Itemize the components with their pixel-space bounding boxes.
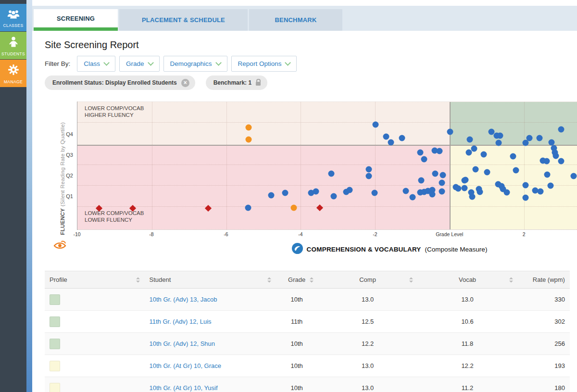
student-blue-point[interactable] (268, 192, 275, 198)
sort-icon[interactable] (267, 277, 271, 282)
student-link[interactable]: 10th Gr. (Adv) 12, Shun (149, 340, 215, 347)
student-blue-point[interactable] (477, 189, 483, 195)
student-blue-point[interactable] (313, 189, 319, 195)
student-blue-point[interactable] (410, 194, 416, 200)
student-blue-point[interactable] (383, 134, 389, 140)
table-header-cell-rate: Rate (wpm) (517, 276, 570, 283)
student-blue-point[interactable] (447, 129, 453, 135)
quadrant-label-top-left: LOWER COMP/VOCAB HIGHER FLUENCY (85, 105, 144, 118)
sort-icon[interactable] (409, 277, 413, 282)
student-blue-point[interactable] (388, 139, 394, 146)
student-blue-point[interactable] (558, 158, 564, 164)
student-blue-point[interactable] (513, 167, 519, 174)
comp-cell: 12.5 (318, 318, 417, 325)
student-link[interactable]: 10th Gr. (Adv) 13, Jacob (149, 296, 217, 303)
tab-benchmark[interactable]: BENCHMARK (249, 9, 342, 31)
student-orange-point[interactable] (246, 136, 252, 142)
tab-screening[interactable]: SCREENING (34, 9, 118, 31)
student-blue-point[interactable] (462, 185, 468, 191)
table-header-cell-grade[interactable]: Grade (276, 276, 317, 283)
student-blue-point[interactable] (282, 190, 288, 196)
close-icon[interactable]: × (181, 79, 189, 87)
student-blue-point[interactable] (437, 148, 443, 154)
student-blue-point[interactable] (365, 166, 372, 172)
table-body: 10th Gr. (Adv) 13, Jacob10th13.013.03301… (45, 289, 570, 392)
student-blue-point[interactable] (429, 191, 435, 198)
class-filter-dropdown[interactable]: Class (77, 56, 115, 72)
x-axis-ticks: -10-8-6-4-2Grade Level2 (77, 231, 577, 239)
student-blue-point[interactable] (543, 158, 550, 164)
table-header-cell-profile[interactable]: Profile (45, 276, 144, 283)
student-blue-point[interactable] (510, 153, 516, 159)
sort-icon[interactable] (509, 277, 513, 282)
sidebar-item-students[interactable]: STUDENTS (0, 32, 26, 59)
student-orange-point[interactable] (246, 125, 252, 131)
x-tick-label: Grade Level (436, 231, 463, 237)
grade-cell: 10th (276, 340, 317, 347)
student-orange-point[interactable] (290, 204, 297, 211)
table-header-cell-vocab[interactable]: Vocab (417, 276, 517, 283)
student-blue-point[interactable] (328, 170, 334, 177)
sidebar-item-label: STUDENTS (1, 51, 25, 56)
quartile-divider-line (77, 145, 577, 146)
student-blue-point[interactable] (439, 172, 446, 178)
student-blue-point[interactable] (497, 132, 503, 139)
student-blue-point[interactable] (331, 193, 337, 200)
student-blue-point[interactable] (538, 189, 544, 195)
student-blue-point[interactable] (527, 135, 533, 141)
student-blue-point[interactable] (418, 177, 424, 183)
student-blue-point[interactable] (365, 173, 372, 179)
student-blue-point[interactable] (372, 190, 378, 196)
student-blue-point[interactable] (473, 166, 479, 172)
tab-placement-schedule[interactable]: PLACEMENT & SCHEDULE (119, 9, 248, 31)
student-link[interactable]: 10th Gr. (At Gr) 10, Yusif (149, 384, 217, 392)
student-blue-point[interactable] (471, 145, 477, 152)
table-header-cell-student[interactable]: Student (144, 276, 276, 283)
student-link[interactable]: 10th Gr. (At Gr) 10, Grace (149, 362, 221, 369)
grade-cell: 11th (276, 318, 317, 325)
student-blue-point[interactable] (462, 177, 468, 183)
student-blue-point[interactable] (373, 121, 379, 127)
student-blue-point[interactable] (245, 204, 251, 211)
student-blue-point[interactable] (417, 149, 423, 155)
student-blue-point[interactable] (439, 189, 445, 195)
student-blue-point[interactable] (455, 185, 461, 191)
student-blue-point[interactable] (484, 169, 490, 176)
student-blue-point[interactable] (553, 153, 559, 159)
student-blue-point[interactable] (547, 183, 553, 189)
report-options-dropdown[interactable]: Report Options (231, 56, 297, 72)
student-cell: 10th Gr. (At Gr) 10, Yusif (144, 384, 276, 392)
student-blue-point[interactable] (570, 173, 577, 179)
profile-swatch-green (50, 294, 60, 305)
student-blue-point[interactable] (347, 187, 353, 193)
student-blue-point[interactable] (503, 189, 510, 195)
enrollment-status-chip: Enrollment Status: Display Enrolled Stud… (45, 76, 195, 90)
sidebar-item-classes[interactable]: CLASSES (0, 4, 26, 31)
y-tick-label: Q4 (66, 131, 73, 137)
classes-icon (6, 8, 21, 22)
student-blue-point[interactable] (432, 170, 438, 177)
student-blue-point[interactable] (465, 149, 472, 155)
student-blue-point[interactable] (466, 136, 473, 142)
sort-icon[interactable] (136, 277, 140, 282)
student-blue-point[interactable] (439, 180, 445, 186)
student-blue-point[interactable] (421, 156, 427, 162)
student-blue-point[interactable] (522, 195, 528, 201)
student-blue-point[interactable] (558, 126, 564, 132)
sidebar-item-manage[interactable]: MANAGE (0, 60, 26, 87)
student-blue-point[interactable] (537, 135, 543, 141)
student-blue-point[interactable] (399, 135, 405, 141)
student-link[interactable]: 11th Gr. (Adv) 12, Luis (149, 318, 211, 325)
student-blue-point[interactable] (469, 193, 475, 200)
sort-icon[interactable] (310, 277, 314, 282)
student-blue-point[interactable] (544, 172, 550, 178)
student-blue-point[interactable] (495, 140, 502, 146)
grade-filter-dropdown[interactable]: Grade (119, 56, 160, 72)
demographics-filter-dropdown[interactable]: Demographics (163, 56, 227, 72)
student-blue-point[interactable] (402, 188, 409, 194)
column-label: Grade (288, 276, 305, 283)
profile-cell (45, 316, 144, 327)
student-blue-point[interactable] (522, 182, 528, 189)
student-blue-point[interactable] (480, 151, 487, 157)
table-header-cell-comp[interactable]: Comp (318, 276, 417, 283)
